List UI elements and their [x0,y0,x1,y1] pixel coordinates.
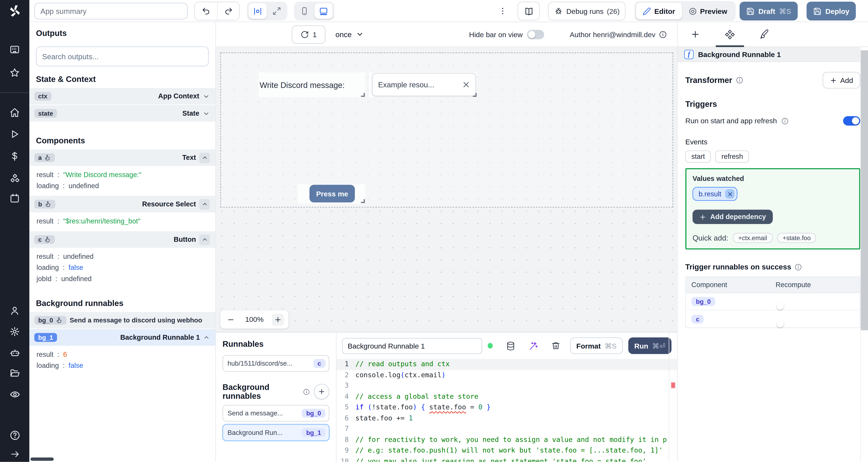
variables-dollar-icon[interactable] [0,151,29,161]
code-line[interactable]: 4// access a global state store [337,391,677,402]
tab-editor[interactable]: Editor [636,3,682,20]
clear-x-icon[interactable] [462,81,470,89]
resize-handle[interactable] [361,199,365,203]
bg0-row[interactable]: bg_0 Send a message to discord using web… [29,312,215,329]
add-dependency-button[interactable]: Add dependency [692,209,773,224]
component-row-c[interactable]: c Button [29,231,215,248]
window-scrollbar[interactable] [860,47,868,462]
quick-add-state-foo[interactable]: +state.foo [777,233,816,243]
tab-insert-component[interactable] [678,22,712,46]
add-transformer-button[interactable]: Add [823,72,860,89]
mobile-view-button[interactable] [296,3,313,19]
quick-add-ctx-email[interactable]: +ctx.email [733,233,773,243]
code-line[interactable]: 3 [337,381,677,392]
user-icon[interactable] [0,305,29,316]
row-bg0-chip[interactable]: bg_0 [691,297,715,306]
code-line[interactable]: 6state.foo += 1 [337,413,677,424]
bg1-runnable-item-selected[interactable]: Background Run... bg_1 [223,424,330,441]
code-line[interactable]: 7 [337,424,677,434]
code-line[interactable]: 5if (!state.foo) { state.foo = 0 } [337,402,677,413]
docs-book-button[interactable] [518,2,540,21]
center-canvas-button[interactable] [249,3,267,19]
debug-runs-button[interactable]: Debug runs (26) [548,2,626,21]
selected-component-band[interactable]: f Background Runnable 1 [678,47,868,62]
settings-gear-icon[interactable] [0,327,29,337]
refresh-interval-select[interactable]: once [336,30,364,38]
help-icon[interactable] [0,430,29,441]
tab-styling-brush[interactable] [747,22,782,46]
star-icon[interactable] [0,67,29,78]
more-options-kebab-icon[interactable] [498,4,508,18]
hide-bar-toggle[interactable] [527,30,544,39]
hub-runnable-item[interactable]: hub/1511/discord/se... c [223,355,330,372]
code-line[interactable]: 2console.log(ctx.email) [337,370,677,381]
chevron-up-icon[interactable] [199,199,210,209]
runnable-name-input[interactable] [342,338,482,354]
run-on-start-toggle[interactable] [843,116,860,126]
resources-boxes-icon[interactable] [0,174,29,185]
chevron-down-icon[interactable] [203,110,210,117]
remove-watched-x-icon[interactable] [725,189,735,199]
code-line[interactable]: 8// for reactivity to work, you need to … [337,434,677,446]
code-line[interactable]: 9// e.g: state.foo.push(1) will not work… [337,446,677,456]
info-icon[interactable] [303,388,310,395]
state-row[interactable]: state State [29,105,215,122]
chevron-up-icon[interactable] [199,234,210,245]
press-me-button[interactable]: Press me [309,185,355,202]
scrollbar-thumb[interactable] [861,51,868,330]
resource-select-component[interactable]: Example resou... [372,73,476,96]
audit-eye-icon[interactable] [0,389,29,400]
bg1-row[interactable]: bg_1 Background Runnable 1 [29,329,215,346]
home-icon[interactable] [0,107,29,118]
row-c-chip[interactable]: c [691,315,704,323]
runs-play-icon[interactable] [0,129,29,139]
event-chip-refresh[interactable]: refresh [715,151,749,163]
redo-button[interactable] [217,2,239,20]
collapse-arrow-icon[interactable] [0,449,29,459]
tab-preview[interactable]: Preview [682,3,734,20]
code-line[interactable]: 1// read outputs and ctx [337,359,677,370]
format-button[interactable]: Format ⌘S [570,337,623,354]
delete-trash-icon[interactable] [551,341,560,350]
zoom-in-button[interactable] [272,314,284,326]
folder-open-icon[interactable] [0,368,29,378]
chevron-down-icon[interactable] [203,93,210,100]
bg0-runnable-item[interactable]: Send a message... bg_0 [223,405,330,422]
code-lines[interactable]: 1// read outputs and ctx2console.log(ctx… [337,359,677,462]
desktop-view-button[interactable] [314,3,333,19]
fullscreen-button[interactable] [268,3,285,19]
info-icon[interactable] [735,76,743,84]
design-canvas[interactable]: Write Discord message: Example resou... … [216,47,677,332]
draft-button[interactable]: Draft ⌘S [740,2,798,21]
chevron-up-icon[interactable] [203,334,210,341]
windmill-logo[interactable] [0,4,29,18]
run-button[interactable]: Run ⌘⏎ [628,337,672,354]
zoom-out-button[interactable] [225,314,237,326]
event-chip-start[interactable]: start [685,151,711,163]
component-row-b[interactable]: b Resource Select [29,196,215,212]
ctx-row[interactable]: ctx App Context [29,88,215,105]
undo-button[interactable] [195,2,217,20]
chevron-up-icon[interactable] [199,153,210,163]
text-component[interactable]: Write Discord message: [258,72,366,97]
app-window-icon[interactable] [0,44,29,55]
code-line[interactable]: 10// you may also just reassign as next … [337,456,677,462]
cache-database-icon[interactable] [506,341,516,351]
info-icon[interactable] [781,117,788,125]
resize-handle[interactable] [473,93,476,97]
component-row-a[interactable]: a Text [29,150,215,166]
info-icon[interactable] [795,263,802,271]
resize-handle[interactable] [361,93,365,97]
workers-robot-icon[interactable] [0,348,29,358]
ai-wand-icon[interactable] [529,341,538,351]
select-component-wrapper[interactable]: Example resou... [369,72,477,97]
add-background-runnable-button[interactable] [314,384,329,399]
button-component-wrapper[interactable]: Press me [298,184,365,203]
app-summary-input[interactable] [34,3,188,20]
tab-component-settings[interactable] [712,22,747,46]
search-outputs-input[interactable] [36,46,209,66]
schedules-calendar-icon[interactable] [0,193,29,204]
deploy-button[interactable]: Deploy [807,2,856,21]
outputs-horizontal-scrollbar[interactable] [31,457,54,461]
refresh-count-button[interactable]: 1 [292,25,326,43]
